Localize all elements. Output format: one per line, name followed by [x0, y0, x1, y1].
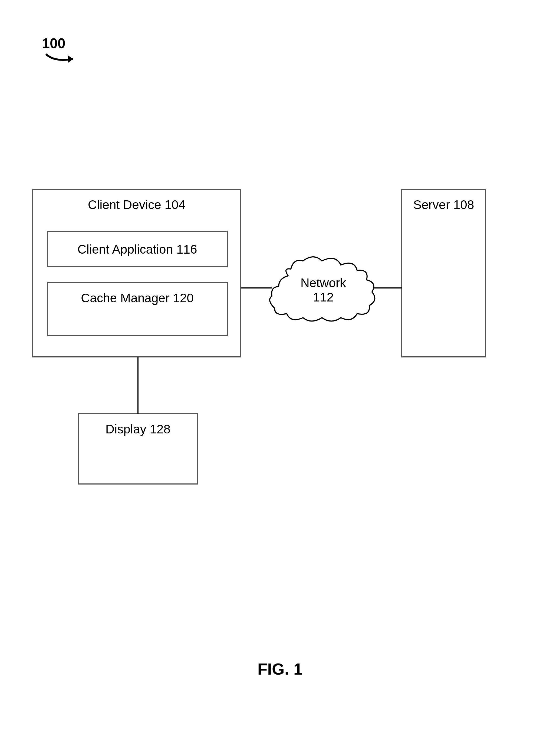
network-label-line1: Network	[279, 276, 368, 290]
cache-manager-label: Cache Manager 120	[47, 291, 227, 305]
connectors-layer	[0, 0, 560, 733]
reference-arrow-icon	[46, 54, 73, 63]
page: 100 Client Device 104 Client Application…	[0, 0, 560, 733]
server-box	[402, 189, 486, 357]
network-label: Network 112	[279, 276, 368, 305]
client-application-label: Client Application 116	[47, 242, 227, 257]
svg-marker-0	[68, 55, 73, 63]
display-label: Display 128	[78, 422, 197, 436]
client-device-label: Client Device 104	[32, 197, 241, 212]
server-label: Server 108	[402, 197, 486, 212]
figure-caption: FIG. 1	[0, 660, 560, 678]
network-label-line2: 112	[279, 290, 368, 305]
